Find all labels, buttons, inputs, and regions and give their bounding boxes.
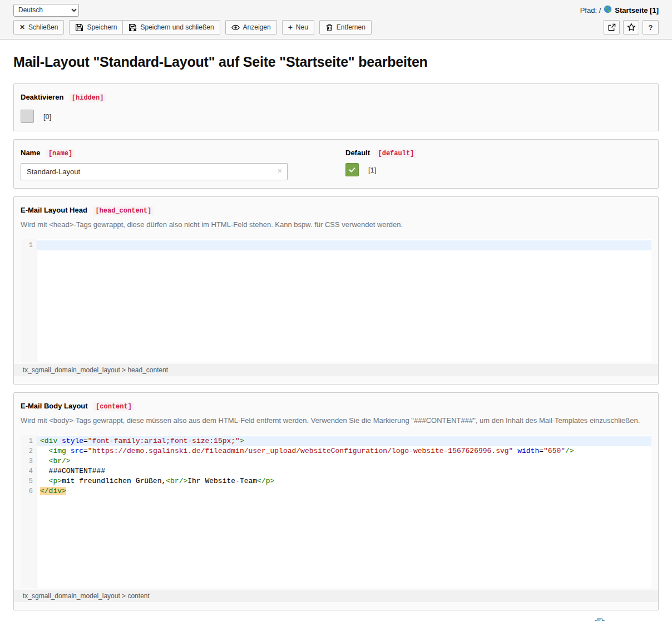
save-button[interactable]: Speichern xyxy=(69,20,123,34)
field-label-row: Deaktivieren [hidden] xyxy=(21,92,651,102)
editor-code-area[interactable]: <div style="font-family:arial;font-size:… xyxy=(37,435,651,588)
language-select[interactable]: Deutsch xyxy=(13,4,79,17)
star-icon xyxy=(627,23,636,32)
save-and-close-button[interactable]: Speichern und schließen xyxy=(123,20,220,34)
hidden-field-code: [hidden] xyxy=(70,93,106,102)
floppy-disk-icon xyxy=(75,23,83,32)
section-name-default: Name [name] × Default [default] [1] xyxy=(13,139,659,189)
delete-button[interactable]: Entfernen xyxy=(319,20,372,34)
help-button[interactable]: ? xyxy=(643,20,659,34)
section-content: E-Mail Body Layout [content] Wird mit <b… xyxy=(13,392,659,610)
head-content-editor[interactable]: 1 xyxy=(21,239,651,362)
trash-icon xyxy=(325,23,333,32)
close-button[interactable]: ✕ Schließen xyxy=(13,20,64,34)
field-label-row: Name [name] xyxy=(21,147,288,157)
editor-code-area[interactable] xyxy=(37,239,651,362)
new-button[interactable]: + Neu xyxy=(282,20,314,34)
head-content-status-bar: tx_sgmail_domain_model_layout > head_con… xyxy=(14,364,658,376)
toolbar-left: ✕ Schließen Speichern xyxy=(13,20,372,34)
bookmark-button[interactable] xyxy=(623,20,639,34)
content-status-bar: tx_sgmail_domain_model_layout > content xyxy=(14,590,658,602)
name-field-label: Name xyxy=(21,149,40,157)
editor-gutter: 123456 xyxy=(21,435,37,588)
field-label-row: Default [default] xyxy=(345,147,416,157)
view-button[interactable]: Anzeigen xyxy=(225,20,277,34)
head-content-label: E-Mail Layout Head xyxy=(21,206,87,214)
name-field-code: [name] xyxy=(46,149,75,158)
name-input[interactable] xyxy=(21,163,288,180)
section-hidden: Deaktivieren [hidden] [0] xyxy=(13,83,659,131)
floppy-disk-x-icon xyxy=(129,23,137,32)
globe-icon xyxy=(604,5,612,15)
record-footer: Mail-Layout [1] xyxy=(13,618,659,621)
external-link-icon xyxy=(607,23,616,32)
clear-input-icon[interactable]: × xyxy=(278,167,282,175)
page-title: Mail-Layout "Standard-Layout" auf Seite … xyxy=(13,54,659,70)
plus-icon: + xyxy=(288,23,293,31)
close-x-icon: ✕ xyxy=(19,24,25,31)
content-label: E-Mail Body Layout xyxy=(21,402,88,410)
field-label-row: E-Mail Body Layout [content] xyxy=(21,401,651,411)
section-head-content: E-Mail Layout Head [head_content] Wird m… xyxy=(13,196,659,385)
editor-gutter: 1 xyxy=(21,239,37,362)
open-in-new-window-button[interactable] xyxy=(604,20,620,34)
path-page-name[interactable]: Startseite [1] xyxy=(615,6,659,14)
default-field-code: [default] xyxy=(376,149,417,158)
content-code: [content] xyxy=(93,402,134,411)
question-mark-icon: ? xyxy=(649,23,653,32)
eye-icon xyxy=(231,23,240,32)
default-checkbox-value: [1] xyxy=(368,166,376,174)
toolbar-right: ? xyxy=(604,20,659,34)
mail-envelope-icon xyxy=(595,618,605,621)
default-field-label: Default xyxy=(345,149,370,157)
field-label-row: E-Mail Layout Head [head_content] xyxy=(21,205,651,215)
doc-header: Deutsch Pfad: / Startseite [1] ✕ Schließ… xyxy=(0,0,672,40)
hidden-checkbox-value: [0] xyxy=(43,112,51,121)
content-editor[interactable]: 123456 <div style="font-family:arial;fon… xyxy=(21,435,651,588)
page-path: Pfad: / Startseite [1] xyxy=(580,5,659,15)
hidden-field-label: Deaktivieren xyxy=(21,93,63,101)
path-label: Pfad: / xyxy=(580,6,601,14)
content-description: Wird mit <body>-Tags gewrappt, diese müs… xyxy=(21,415,649,426)
head-content-code: [head_content] xyxy=(93,206,154,215)
head-content-description: Wird mit <head>-Tags gewrappt, diese dür… xyxy=(21,219,651,230)
default-checkbox[interactable] xyxy=(345,163,359,176)
hidden-checkbox[interactable] xyxy=(21,110,34,123)
checkmark-icon xyxy=(348,166,356,174)
